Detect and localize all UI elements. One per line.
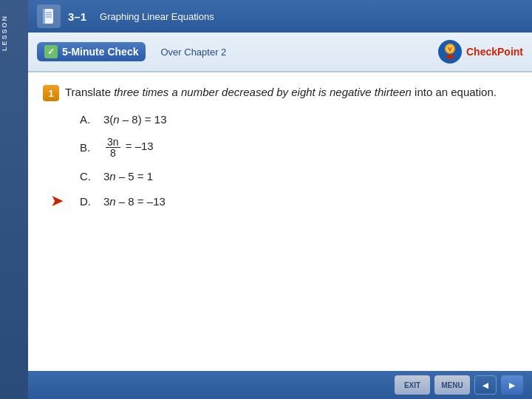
- back-button[interactable]: ◀: [474, 375, 497, 395]
- header-title: Graphing Linear Equations: [100, 11, 214, 22]
- answer-arrow-b: [50, 140, 71, 155]
- check-title: 5-Minute Check: [62, 46, 138, 58]
- answer-content-c: 3n – 5 = 1: [103, 170, 153, 183]
- check-bar: ✓ 5-Minute Check Over Chapter 2 V CheckP…: [28, 33, 532, 72]
- answer-row-b: B. 3n 8 = –13: [50, 137, 517, 158]
- answer-row-c: C. 3n – 5 = 1: [50, 168, 517, 183]
- main-content: 3–1 Graphing Linear Equations ✓ 5-Minute…: [28, 0, 532, 399]
- answer-arrow-a: [50, 112, 71, 126]
- header-bar: 3–1 Graphing Linear Equations: [28, 0, 532, 33]
- check-left: ✓ 5-Minute Check Over Chapter 2: [37, 42, 226, 61]
- fraction-denominator: 8: [109, 148, 117, 158]
- checkpoint-logo: V CheckPoint: [437, 38, 523, 65]
- correct-answer-arrow-icon: ➤: [50, 191, 64, 211]
- over-chapter-text: Over Chapter 2: [160, 47, 226, 58]
- book-icon: [37, 4, 61, 28]
- question-number-badge: 1: [43, 85, 59, 101]
- lesson-overlay: LESSON: [1, 9, 8, 51]
- menu-button[interactable]: MENU: [434, 375, 470, 395]
- quiz-area: 1 Translate three times a number decreas…: [28, 72, 532, 371]
- answer-letter-b: B.: [80, 141, 95, 154]
- answer-content-b: 3n 8 = –13: [103, 137, 154, 158]
- fraction-numerator: 3n: [106, 137, 120, 148]
- answer-row-d: ➤ D. 3n – 8 = –13: [50, 194, 517, 208]
- forward-button[interactable]: ▶: [501, 375, 523, 395]
- svg-rect-1: [43, 9, 45, 24]
- checkpoint-text: CheckPoint: [466, 46, 523, 58]
- question-text-after: into an equation.: [412, 86, 497, 98]
- answer-arrow-d: ➤: [50, 194, 71, 208]
- svg-text:V: V: [448, 46, 452, 52]
- question-row: 1 Translate three times a number decreas…: [43, 84, 517, 101]
- answer-letter-a: A.: [80, 113, 95, 126]
- left-strip: LESSON: [0, 0, 28, 399]
- bottom-nav-bar: EXIT MENU ◀ ▶: [28, 371, 532, 399]
- answer-letter-d: D.: [80, 195, 95, 208]
- question-text-before: Translate: [65, 86, 114, 98]
- answer-b-after: = –13: [126, 140, 154, 152]
- lesson-tag-label: LESSON: [1, 15, 8, 51]
- check-badge: ✓ 5-Minute Check: [37, 42, 146, 61]
- answer-row-a: A. 3(n – 8) = 13: [50, 112, 517, 126]
- checkmark-icon: ✓: [44, 45, 58, 58]
- question-text-italic: three times a number decreased by eight …: [114, 86, 412, 98]
- fraction-b: 3n 8: [106, 137, 120, 158]
- question-text: Translate three times a number decreased…: [65, 84, 497, 101]
- answers-list: A. 3(n – 8) = 13 B. 3n 8 = –13 C.: [43, 112, 517, 208]
- answer-content-a: 3(n – 8) = 13: [103, 113, 166, 126]
- question-number: 1: [48, 88, 53, 99]
- answer-letter-c: C.: [80, 170, 95, 183]
- checkpoint-svg-icon: V: [437, 38, 463, 65]
- lesson-number-header: 3–1: [68, 10, 86, 23]
- exit-button[interactable]: EXIT: [395, 375, 430, 395]
- answer-arrow-c: [50, 168, 71, 183]
- answer-content-d: 3n – 8 = –13: [103, 195, 166, 208]
